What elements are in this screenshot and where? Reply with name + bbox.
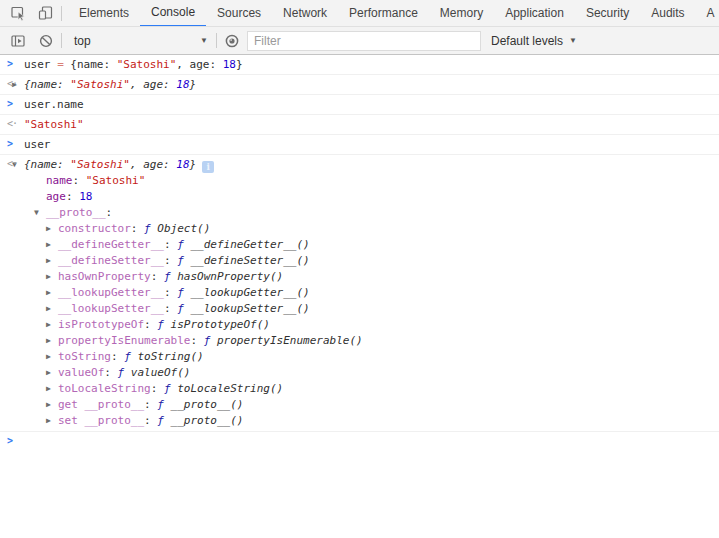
property-row-__defineSetter__[interactable]: ▶__defineSetter__: ƒ __defineSetter__() (0, 253, 711, 269)
tab-sources[interactable]: Sources (206, 0, 272, 26)
property-row-propertyIsEnumerable[interactable]: ▶propertyIsEnumerable: ƒ propertyIsEnume… (0, 333, 711, 349)
console-toolbar: top ▼ Default levels ▼ (0, 27, 719, 55)
property-row-__proto__[interactable]: ▼__proto__: (0, 205, 711, 221)
tab-a[interactable]: A (696, 0, 719, 26)
disclosure-triangle-icon[interactable]: ▶ (46, 285, 58, 301)
token-plain: } (190, 78, 197, 91)
token-fnpre: ƒ (118, 366, 131, 379)
toolbar-divider (216, 33, 217, 48)
property-name: age (46, 190, 66, 203)
token-number: 18 (176, 158, 189, 171)
disclosure-triangle-icon[interactable]: ▶ (46, 221, 58, 237)
disclosure-triangle-icon[interactable]: ▶ (46, 365, 58, 381)
property-separator: : (164, 302, 177, 315)
property-row-constructor[interactable]: ▶constructor: ƒ Object() (0, 221, 711, 237)
token-fn: valueOf() (131, 366, 191, 379)
property-row-set-__proto__[interactable]: ▶set __proto__: ƒ __proto__() (0, 413, 711, 429)
disclosure-triangle-icon[interactable]: ▶ (46, 301, 58, 317)
property-name: get __proto__ (58, 398, 144, 411)
property-separator: : (73, 174, 86, 187)
property-separator: : (151, 270, 164, 283)
tab-console[interactable]: Console (140, 0, 206, 26)
property-separator: : (151, 382, 164, 395)
property-row-name: name: "Satoshi" (0, 173, 711, 189)
token-string: "Satoshi" (70, 158, 130, 171)
disclosure-triangle-icon[interactable]: ▶ (46, 317, 58, 333)
property-row-__defineGetter__[interactable]: ▶__defineGetter__: ƒ __defineGetter__() (0, 237, 711, 253)
devtools-tabbar: ElementsConsoleSourcesNetworkPerformance… (0, 0, 719, 27)
tab-elements[interactable]: Elements (68, 0, 140, 26)
property-separator: : (131, 222, 144, 235)
token-fnpre: ƒ (157, 318, 170, 331)
tab-performance[interactable]: Performance (338, 0, 429, 26)
token-fnpre: ƒ (164, 382, 177, 395)
token-plain: user.name (24, 98, 84, 111)
disclosure-triangle-icon[interactable]: ▶ (46, 333, 58, 349)
console-input-message: >user = {name: "Satoshi", age: 18} (0, 55, 719, 75)
log-levels-dropdown[interactable]: Default levels ▼ (491, 34, 577, 48)
context-label: top (74, 34, 91, 48)
tab-audits[interactable]: Audits (640, 0, 695, 26)
return-value-arrow-icon: <· (7, 78, 17, 89)
console-prompt-message[interactable]: > (0, 432, 719, 452)
property-name: constructor (58, 222, 131, 235)
property-separator: : (104, 366, 117, 379)
evaluated-info-icon[interactable]: i (202, 161, 214, 173)
property-row-isPrototypeOf[interactable]: ▶isPrototypeOf: ƒ isPrototypeOf() (0, 317, 711, 333)
disclosure-triangle-icon[interactable]: ▶ (46, 397, 58, 413)
tab-security[interactable]: Security (575, 0, 640, 26)
property-row-valueOf[interactable]: ▶valueOf: ƒ valueOf() (0, 365, 711, 381)
token-string: "Satoshi" (24, 118, 84, 131)
tab-memory[interactable]: Memory (429, 0, 494, 26)
property-row-toLocaleString[interactable]: ▶toLocaleString: ƒ toLocaleString() (0, 381, 711, 397)
token-plain: user (24, 138, 51, 151)
token-fn: Object() (157, 222, 210, 235)
disclosure-triangle-icon[interactable]: ▶ (46, 269, 58, 285)
token-string: "Satoshi" (86, 174, 146, 187)
property-name: __proto__ (46, 206, 106, 219)
property-row-hasOwnProperty[interactable]: ▶hasOwnProperty: ƒ hasOwnProperty() (0, 269, 711, 285)
token-fn: propertyIsEnumerable() (217, 334, 363, 347)
clear-console-icon[interactable] (35, 30, 57, 52)
property-row-toString[interactable]: ▶toString: ƒ toString() (0, 349, 711, 365)
token-fn: hasOwnProperty() (177, 270, 283, 283)
property-row-__lookupSetter__[interactable]: ▶__lookupSetter__: ƒ __lookupSetter__() (0, 301, 711, 317)
property-name: isPrototypeOf (58, 318, 144, 331)
token-fn: isPrototypeOf() (171, 318, 270, 331)
return-value-arrow-icon: <· (7, 158, 17, 169)
property-separator: : (164, 286, 177, 299)
execution-context-selector[interactable]: top ▼ (70, 31, 212, 51)
token-string: "Satoshi" (70, 78, 130, 91)
token-fnpre: ƒ (144, 222, 157, 235)
disclosure-triangle-icon[interactable]: ▶ (46, 349, 58, 365)
message-text: user.name (0, 97, 711, 112)
token-plain: {name: (24, 78, 70, 91)
property-separator: : (164, 254, 177, 267)
console-result-message: <·▶{name: "Satoshi", age: 18} (0, 75, 719, 95)
token-number: 18 (223, 58, 236, 71)
property-name: __defineSetter__ (58, 254, 164, 267)
property-name: set __proto__ (58, 414, 144, 427)
inspect-element-icon[interactable] (7, 2, 29, 24)
console-sidebar-toggle-icon[interactable] (7, 30, 29, 52)
console-input-message: >user (0, 135, 719, 155)
property-row-__lookupGetter__[interactable]: ▶__lookupGetter__: ƒ __lookupGetter__() (0, 285, 711, 301)
device-toolbar-icon[interactable] (35, 2, 57, 24)
disclosure-triangle-icon[interactable]: ▶ (46, 381, 58, 397)
disclosure-triangle-icon[interactable]: ▶ (46, 237, 58, 253)
property-separator: : (144, 414, 157, 427)
chevron-down-icon: ▼ (200, 36, 208, 45)
tab-application[interactable]: Application (494, 0, 575, 26)
filter-input[interactable] (247, 31, 481, 51)
property-row-get-__proto__[interactable]: ▶get __proto__: ƒ __proto__() (0, 397, 711, 413)
tab-network[interactable]: Network (272, 0, 338, 26)
token-fnpre: ƒ (177, 302, 190, 315)
token-fn: toLocaleString() (177, 382, 283, 395)
tab-strip: ElementsConsoleSourcesNetworkPerformance… (68, 0, 719, 26)
live-expression-eye-icon[interactable] (221, 30, 243, 52)
token-string: "Satoshi" (117, 58, 177, 71)
disclosure-triangle-icon[interactable]: ▶ (46, 253, 58, 269)
disclosure-triangle-icon[interactable]: ▶ (46, 413, 58, 429)
disclosure-triangle-icon[interactable]: ▼ (34, 205, 46, 221)
prompt-chevron-icon: > (7, 98, 13, 109)
